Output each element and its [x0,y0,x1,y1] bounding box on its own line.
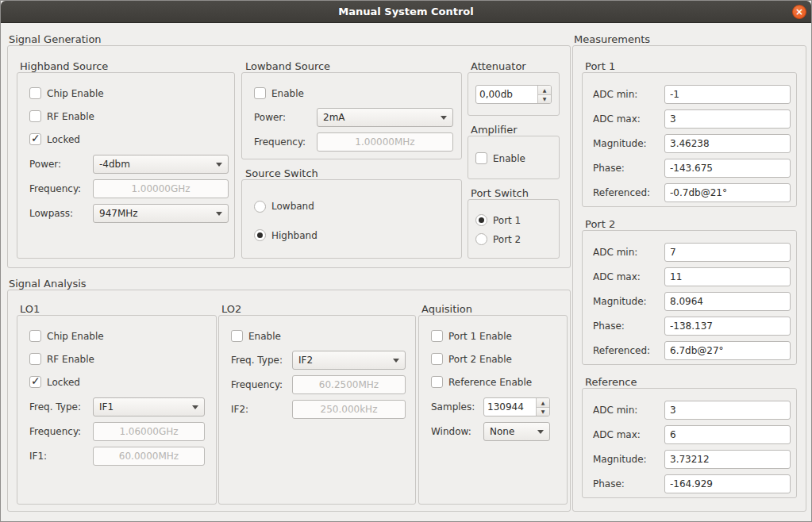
spin-down-button[interactable] [537,408,549,416]
reference-adc-min-field[interactable] [664,401,791,420]
lowband-power-combobox[interactable]: 2mA [317,108,453,127]
chevron-down-icon [216,163,222,167]
lo1-locked-checkbox[interactable] [29,376,41,388]
samples-spin-input[interactable] [484,398,536,416]
port1-adc-min-label: ADC min: [593,89,637,101]
acquisition-title: Aquisition [421,303,472,315]
source-switch-lowband-label: Lowband [271,201,314,213]
lo1-freq-type-combobox[interactable]: IF1 [93,397,205,416]
acquisition-reference-enable-checkbox[interactable] [431,376,443,388]
highband-locked-label: Locked [47,134,80,146]
acquisition-samples-spinbox [483,397,550,416]
highband-rf-enable-checkbox[interactable] [29,110,41,122]
chevron-down-icon [192,405,198,409]
attenuator-spin-buttons [537,86,551,103]
port1-adc-min-field[interactable] [664,85,791,104]
measurements-port1-title: Port 1 [585,60,615,72]
lo1-if1-label: IF1: [29,451,47,463]
port2-adc-max-label: ADC max: [593,271,641,283]
port2-magnitude-label: Magnitude: [593,296,647,308]
port2-adc-max-field[interactable] [664,267,791,286]
lo2-enable-label: Enable [248,331,281,343]
lo1-frequency-label: Frequency: [29,426,81,438]
highband-chip-enable-checkbox[interactable] [29,87,41,99]
measurements-title: Measurements [574,33,650,45]
amplifier-enable-checkbox[interactable] [475,152,487,164]
highband-chip-enable-label: Chip Enable [47,88,104,100]
reference-magnitude-field[interactable] [664,450,791,469]
acquisition-window-combobox[interactable]: None [483,422,550,441]
highband-rf-enable-label: RF Enable [47,111,94,123]
spin-down-button[interactable] [538,95,551,104]
amplifier-title: Amplifier [471,124,518,136]
lo2-freq-type-combobox[interactable]: IF2 [292,351,406,370]
port1-magnitude-label: Magnitude: [593,138,647,150]
reference-adc-min-label: ADC min: [593,405,637,416]
lo1-if1-field [93,447,205,466]
port1-phase-label: Phase: [593,163,625,175]
attenuator-spin-input[interactable] [476,86,537,103]
port2-referenced-field[interactable] [664,341,791,360]
highband-locked-checkbox[interactable] [29,133,41,145]
port-switch-port2-radio[interactable] [475,233,487,245]
highband-power-label: Power: [29,159,61,171]
lowband-power-value: 2mA [323,112,345,123]
chevron-down-icon [537,430,544,434]
chevron-down-icon [441,116,447,120]
acquisition-port2-enable-checkbox[interactable] [431,353,443,365]
reference-adc-max-field[interactable] [664,425,791,444]
highband-lowpass-value: 947MHz [99,208,138,219]
lowband-enable-label: Enable [271,88,304,100]
source-switch-highband-radio[interactable] [254,229,266,241]
spin-up-button[interactable] [538,86,551,95]
chevron-down-icon [393,359,399,363]
source-switch-frame [241,179,462,259]
highband-source-title: Highband Source [20,60,108,72]
lo1-chip-enable-checkbox[interactable] [29,330,41,342]
lo1-frequency-field [93,422,205,441]
port1-referenced-field[interactable] [664,183,791,202]
port1-adc-max-field[interactable] [664,109,791,129]
measurements-reference-title: Reference [585,376,637,388]
port2-magnitude-field[interactable] [664,292,791,311]
reference-magnitude-label: Magnitude: [593,454,647,466]
highband-power-combobox[interactable]: -4dbm [93,155,229,174]
attenuator-title: Attenuator [471,60,526,72]
lowband-enable-checkbox[interactable] [254,87,266,99]
lo1-freq-type-label: Freq. Type: [29,401,81,413]
source-switch-title: Source Switch [245,167,318,179]
lo2-freq-type-label: Freq. Type: [231,355,283,367]
port2-phase-label: Phase: [593,320,625,332]
lo1-freq-type-value: IF1 [99,401,114,413]
port-switch-frame [468,199,560,259]
source-switch-highband-label: Highband [271,230,317,242]
manual-system-control-window: Manual System Control × Signal Generatio… [0,0,812,522]
close-icon: × [793,6,806,18]
port1-adc-max-label: ADC max: [593,113,641,125]
lo2-frequency-label: Frequency: [231,379,283,391]
port1-magnitude-field[interactable] [664,134,791,153]
amplifier-enable-label: Enable [493,153,525,165]
reference-phase-field[interactable] [664,474,791,493]
acquisition-window-value: None [490,426,514,437]
highband-lowpass-combobox[interactable]: 947MHz [93,204,229,223]
lo1-rf-enable-checkbox[interactable] [29,353,41,365]
window-title: Manual System Control [338,6,473,17]
close-button[interactable]: × [792,5,806,19]
lo1-title: LO1 [20,303,40,315]
lo2-enable-checkbox[interactable] [231,330,243,342]
port2-phase-field[interactable] [664,317,791,336]
port-switch-port1-label: Port 1 [493,215,521,227]
port-switch-port1-radio[interactable] [475,214,487,226]
acquisition-reference-enable-label: Reference Enable [448,377,532,389]
port1-phase-field[interactable] [664,159,791,178]
spin-up-button[interactable] [537,398,549,408]
port2-adc-min-label: ADC min: [593,247,637,259]
titlebar[interactable]: Manual System Control × [1,1,811,23]
port-switch-title: Port Switch [471,187,529,199]
acquisition-port1-enable-checkbox[interactable] [431,330,443,342]
source-switch-lowband-radio[interactable] [254,201,266,213]
port2-adc-min-field[interactable] [664,243,791,262]
lo2-if2-label: IF2: [231,404,248,416]
lowband-frequency-field [317,132,453,152]
